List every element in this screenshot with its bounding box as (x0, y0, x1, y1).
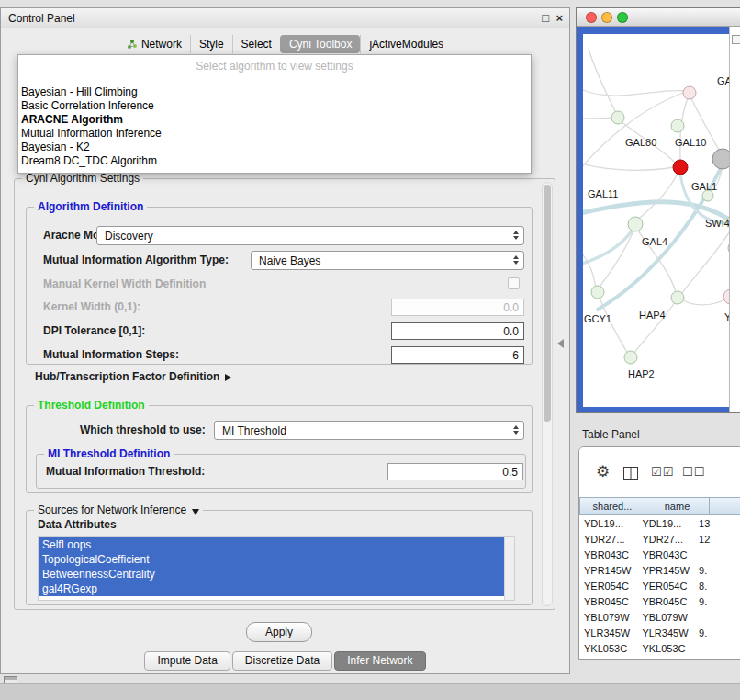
tab-jactivemodules[interactable]: jActiveModules (360, 35, 452, 53)
settings-scrollbar[interactable] (542, 182, 553, 606)
which-threshold-select[interactable]: MI Threshold (214, 421, 524, 440)
tab-network[interactable]: Network (118, 35, 190, 53)
control-panel-window: Control Panel □ × NetworkStyleSelectCyni… (0, 7, 570, 674)
network-node[interactable] (671, 291, 684, 304)
bottom-tab-discretize-data[interactable]: Discretize Data (232, 651, 332, 671)
data-attributes-list[interactable]: SelfLoopsTopologicalCoefficientBetweenne… (38, 536, 515, 601)
network-node[interactable] (683, 86, 696, 99)
network-node[interactable] (671, 119, 684, 132)
show-all-columns-icon[interactable]: ☑☑ (651, 463, 674, 481)
birdseye-button[interactable] (732, 35, 740, 44)
columns-glyph (623, 467, 638, 480)
table-settings-gear-icon[interactable]: ⚙ (596, 463, 610, 481)
bottom-tab-infer-network[interactable]: Infer Network (334, 651, 425, 671)
network-node[interactable] (712, 149, 729, 169)
table-row[interactable]: YLR345WYLR345W9. (579, 625, 740, 640)
mi-steps-field[interactable] (391, 346, 524, 364)
network-node[interactable] (591, 286, 604, 299)
menu-item-bayesian-k2[interactable]: Bayesian - K2 (18, 141, 531, 154)
menu-item-bayesian-hill-climbing[interactable]: Bayesian - Hill Climbing (18, 85, 531, 99)
float-window-icon[interactable]: □ (542, 11, 549, 25)
apply-button[interactable]: Apply (246, 622, 312, 642)
network-edge[interactable] (589, 49, 616, 113)
menu-item-aracne-algorithm[interactable]: ARACNE Algorithm (18, 113, 531, 127)
table-row[interactable]: YBR043CYBR043C (579, 547, 740, 562)
algorithm-menu-items: Bayesian - Hill ClimbingBasic Correlatio… (18, 85, 531, 168)
attributes-list-scrollbar[interactable] (504, 537, 514, 600)
column-header[interactable]: name (645, 497, 710, 515)
table-cell: YBR045C (637, 596, 694, 607)
network-node[interactable] (628, 217, 643, 231)
network-scrollbar[interactable] (729, 27, 740, 412)
network-node[interactable] (624, 351, 637, 364)
tab-cyni-toolbox[interactable]: Cyni Toolbox (280, 35, 360, 53)
sources-title-text: Sources for Network Inference (38, 503, 186, 516)
close-window-icon[interactable]: × (555, 11, 563, 25)
threshold-definition-title: Threshold Definition (34, 399, 149, 412)
network-view-window: GAL7GAL80GAL10GAL11GAL1SWI4GAL4GCY1HAP4Y… (576, 7, 740, 413)
node-label: HAP4 (639, 310, 666, 321)
table-row[interactable]: YKL053CYKL053C (579, 640, 740, 656)
table-cell: YBL079W (579, 612, 637, 623)
network-edge[interactable] (583, 247, 596, 288)
network-edge[interactable] (638, 172, 678, 220)
network-node[interactable] (611, 111, 624, 124)
table-cell: YLR345W (637, 627, 694, 638)
bottom-tab-impute-data[interactable]: Impute Data (144, 651, 230, 671)
table-row[interactable]: YDR27...YDR27...12 (579, 531, 740, 547)
mi-algorithm-type-select[interactable]: Naive Bayes (251, 251, 524, 270)
network-edge[interactable] (599, 229, 634, 288)
table-cell: YKL053C (579, 643, 637, 654)
data-attribute-item[interactable]: gal4RGexp (39, 581, 504, 596)
data-attribute-item[interactable]: SelfLoops (39, 537, 504, 552)
kernel-width-label: Kernel Width (0,1): (43, 300, 140, 313)
aracne-mode-value: Discovery (105, 230, 523, 243)
table-cell: 8. (694, 581, 740, 592)
network-edge[interactable] (583, 118, 613, 119)
network-canvas[interactable]: GAL7GAL80GAL10GAL11GAL1SWI4GAL4GCY1HAP4Y… (583, 34, 729, 407)
network-window-titlebar[interactable] (577, 8, 740, 27)
scrollbar-thumb[interactable] (544, 185, 551, 422)
column-header[interactable] (710, 497, 740, 515)
sources-group-title[interactable]: Sources for Network Inference (34, 503, 203, 516)
mi-threshold-field[interactable] (387, 463, 523, 480)
expand-right-icon (225, 374, 231, 381)
dpi-tolerance-field[interactable] (391, 322, 524, 340)
table-cell: YPR145W (637, 565, 694, 576)
tab-label: Cyni Toolbox (289, 38, 352, 51)
table-row[interactable]: YER054CYER054C8. (579, 578, 740, 593)
threshold-definition-group: Threshold Definition Which threshold to … (26, 405, 533, 493)
network-edge[interactable] (682, 226, 729, 293)
node-label: SWI4 (705, 218, 729, 229)
node-label: GAL80 (625, 137, 656, 148)
control-panel-titlebar[interactable]: Control Panel □ × (1, 8, 569, 28)
menu-item-mutual-information-inference[interactable]: Mutual Information Inference (18, 127, 531, 141)
hub-section-toggle[interactable]: Hub/Transcription Factor Definition (35, 370, 231, 383)
zoom-traffic-light-icon[interactable] (617, 12, 628, 23)
table-row[interactable]: YBL079WYBL079W (579, 609, 740, 625)
column-header[interactable]: shared... (579, 497, 645, 515)
table-row[interactable]: YDL19...YDL19...13 (579, 515, 740, 531)
data-attribute-item[interactable]: BetweennessCentrality (39, 567, 504, 581)
cyni-settings-group: Cyni Algorithm Settings Algorithm Defini… (14, 178, 555, 610)
table-cell: YPR145W (579, 565, 637, 576)
splitter-collapse-handle[interactable] (557, 339, 564, 348)
hide-all-columns-icon[interactable]: ☐☐ (682, 463, 705, 481)
network-edge[interactable] (583, 87, 686, 96)
table-cell: YKL053C (637, 643, 694, 654)
network-edge[interactable] (682, 299, 727, 305)
table-cell: 12 (694, 534, 740, 545)
aracne-mode-select[interactable]: Discovery (96, 226, 524, 245)
table-row[interactable]: YPR145WYPR145W9. (579, 562, 740, 578)
menu-item-dream8-dc-tdc-algorithm[interactable]: Dream8 DC_TDC Algorithm (18, 154, 531, 168)
table-row[interactable]: YBR045CYBR045C9. (579, 593, 740, 609)
tab-style[interactable]: Style (190, 35, 232, 53)
menu-item-basic-correlation-inference[interactable]: Basic Correlation Inference (18, 99, 531, 113)
tab-select[interactable]: Select (232, 35, 280, 53)
minimize-traffic-light-icon[interactable] (601, 12, 612, 23)
data-attribute-item[interactable]: TopologicalCoefficient (39, 552, 504, 567)
close-traffic-light-icon[interactable] (586, 12, 597, 23)
select-columns-icon[interactable] (623, 466, 638, 484)
network-node[interactable] (673, 160, 688, 175)
network-edge[interactable] (583, 163, 674, 170)
